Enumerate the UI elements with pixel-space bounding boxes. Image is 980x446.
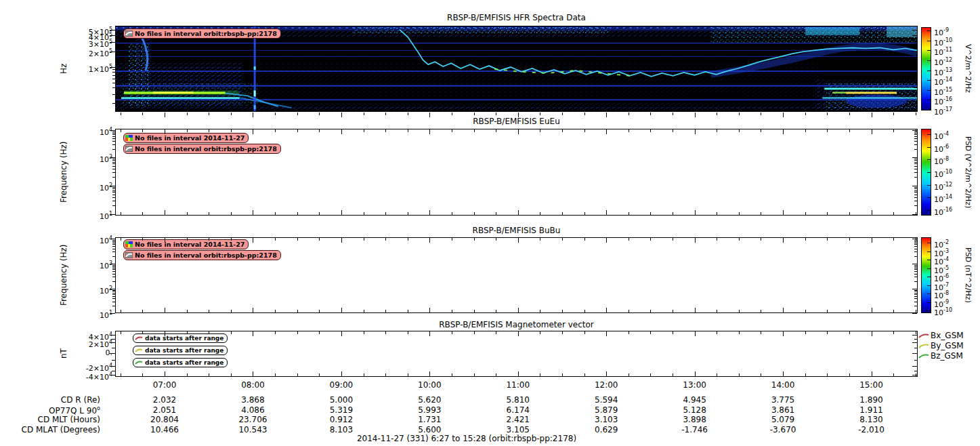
tick-mark (112, 291, 115, 291)
tick-mark (914, 249, 917, 249)
tick-mark (540, 129, 540, 132)
tick-mark (112, 79, 115, 79)
tick-mark (112, 251, 115, 252)
tick-mark (319, 373, 320, 376)
tick-mark (209, 238, 209, 241)
tick-mark (805, 212, 806, 215)
line-red-icon (135, 336, 143, 341)
tick-mark (914, 241, 917, 242)
legend-entry: Bz_GSM (918, 351, 963, 361)
tick-mark (112, 302, 115, 302)
tick-mark (912, 67, 917, 68)
tick-mark (629, 212, 629, 215)
no-files-icon (125, 146, 133, 152)
tick-mark (474, 373, 475, 376)
tick-mark (112, 265, 115, 266)
tick-mark (452, 373, 452, 376)
tick-mark (112, 290, 115, 291)
tick-mark (364, 113, 364, 115)
tick-mark (319, 113, 320, 115)
tick-mark (606, 238, 607, 243)
tick-mark (650, 310, 651, 312)
tick-mark (827, 129, 828, 132)
table-cell: 5.879 (578, 405, 635, 415)
tick-mark (112, 296, 115, 297)
tick-mark (739, 331, 740, 334)
tick-mark (827, 331, 828, 334)
tick-mark (849, 113, 850, 115)
tick-mark (914, 281, 917, 282)
tick-mark (518, 308, 519, 312)
status-badge: No files in interval orbit:rbspb-pp:2178 (123, 144, 281, 154)
tick-mark (187, 113, 188, 115)
tick-mark (849, 331, 850, 334)
tick-mark (827, 113, 828, 115)
table-cell: 2.032 (136, 395, 193, 405)
tick-mark (849, 310, 850, 312)
panel-title-buBu: RBSP-B/EMFISIS BuBu (115, 226, 918, 235)
tick-mark (912, 186, 917, 186)
tick-mark (606, 371, 607, 376)
tick-mark (112, 138, 115, 139)
tick-mark (364, 129, 364, 132)
tick-mark (912, 42, 917, 43)
tick-mark (408, 331, 408, 334)
tick-mark (112, 160, 115, 161)
tick-mark (927, 80, 931, 81)
tick-mark (385, 113, 386, 115)
plot-area-mag[interactable] (115, 331, 918, 377)
colorbar-tick-label: 10-6 (934, 142, 964, 155)
table-cell: -1.746 (666, 425, 723, 434)
tick-mark (606, 331, 607, 336)
tick-mark (827, 212, 828, 215)
tick-mark (914, 159, 917, 159)
tick-mark (914, 348, 917, 348)
no-files-icon (125, 31, 133, 37)
tick-mark (112, 144, 115, 145)
tick-mark (916, 310, 916, 312)
tick-mark (112, 169, 115, 169)
tick-mark (385, 331, 386, 334)
tick-mark (142, 113, 143, 115)
tick-mark (474, 310, 475, 312)
tick-mark (319, 212, 320, 215)
tick-mark (112, 266, 115, 267)
tick-mark (112, 294, 115, 295)
tick-mark (606, 210, 607, 215)
y-tick-label: 102 (38, 283, 112, 296)
tick-mark (112, 271, 115, 272)
tick-mark (474, 331, 475, 334)
tick-mark (914, 294, 917, 295)
tick-mark (562, 331, 563, 334)
tick-mark (914, 69, 917, 70)
tick-mark (319, 238, 320, 241)
table-row-label: CD R (Re) (0, 395, 100, 405)
plot-figure: RBSP-B/EMFISIS HFR Spectra Data Hz (0, 0, 980, 446)
tick-mark (872, 371, 872, 376)
tick-mark (341, 113, 342, 117)
tick-mark (562, 238, 563, 241)
tick-mark (916, 238, 916, 241)
colorbar-tick-label: 10-10 (934, 305, 964, 318)
tick-mark (914, 133, 917, 134)
tick-mark (912, 353, 917, 354)
tick-mark (695, 238, 696, 243)
colorbar-hfr[interactable] (921, 27, 931, 110)
tick-mark (914, 271, 917, 272)
tick-mark (650, 238, 651, 241)
tick-mark (805, 129, 806, 132)
tick-mark (253, 308, 253, 312)
tick-mark (739, 129, 740, 132)
tick-mark (717, 212, 717, 215)
spectrum-icon (125, 135, 133, 141)
y-tick-label: 103 (38, 152, 112, 165)
plot-area-hfr-spectrogram[interactable] (115, 26, 918, 112)
y-tick-label: 1×105 (38, 62, 112, 75)
tick-mark (209, 129, 209, 132)
tick-mark (112, 240, 115, 241)
tick-mark (893, 212, 894, 215)
tick-mark (849, 373, 850, 376)
tick-mark (783, 238, 784, 243)
status-badge-label: No files in interval orbit:rbspb-pp:2178 (135, 29, 277, 38)
table-cell: 3.775 (754, 395, 811, 405)
